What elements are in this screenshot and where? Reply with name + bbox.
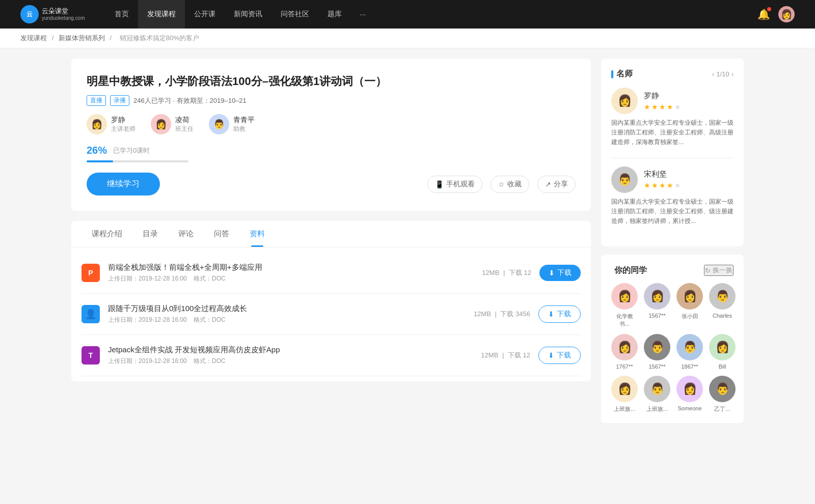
resource-list: P 前端全栈加强版！前端全栈+全周期+多端应用 上传日期：2019-12-28 … xyxy=(71,247,591,381)
teacher-2-avatar: 👩 xyxy=(151,114,171,134)
nav-items: 首页 发现课程 公开课 新闻资讯 问答社区 题库 ··· xyxy=(105,0,757,29)
classmates-title-text: 你的同学 xyxy=(614,265,647,276)
breadcrumb-link-2[interactable]: 新媒体营销系列 xyxy=(59,34,105,42)
prev-page-icon[interactable]: ‹ xyxy=(712,70,714,78)
refresh-classmates-button[interactable]: ↻ 换一换 xyxy=(704,265,734,276)
teacher-3-name: 青青平 xyxy=(233,116,255,125)
resource-1-meta: 上传日期：2019-12-28 16:00 格式：DOC xyxy=(108,274,474,283)
download-icon: ⬇ xyxy=(549,269,555,277)
logo-text: 云朵课堂 yunduoketang.com xyxy=(42,7,85,21)
tab-catalog[interactable]: 目录 xyxy=(132,221,168,247)
action-row: 继续学习 📱 手机观看 ☆ 收藏 ↗ 分享 xyxy=(87,173,576,195)
share-label: 分享 xyxy=(554,180,568,189)
star-icon: ☆ xyxy=(498,180,505,188)
tag-live: 直播 xyxy=(87,95,106,106)
teacher-1-role: 主讲老师 xyxy=(111,125,135,133)
title-bar xyxy=(611,70,613,78)
nav-right: 🔔 👩 xyxy=(757,6,795,22)
resource-3-download-button[interactable]: ⬇ 下载 xyxy=(538,347,581,364)
teachers-pagination: ‹ 1/10 › xyxy=(712,70,734,78)
classmate-6-name: 1567** xyxy=(648,363,665,370)
resource-item: T Jetpack全组件实战 开发短视频应用高仿皮皮虾App 上传日期：2019… xyxy=(82,335,581,376)
classmate-2[interactable]: 👩 1567** xyxy=(644,283,670,328)
sidebar-teacher-1-name: 罗静 xyxy=(644,91,681,101)
classmate-1[interactable]: 👩 化学教书... xyxy=(611,283,638,328)
bell-button[interactable]: 🔔 xyxy=(757,8,770,20)
teacher-1-avatar: 👩 xyxy=(87,114,107,134)
sidebar-teacher-1-details: 罗静 ★ ★ ★ ★ ★ xyxy=(644,91,681,111)
page-indicator: 1/10 xyxy=(716,70,729,78)
nav-item-courses[interactable]: 发现课程 xyxy=(138,0,185,29)
mobile-label: 手机观看 xyxy=(446,180,475,189)
continue-button[interactable]: 继续学习 xyxy=(87,173,160,195)
teacher-1-info: 罗静 主讲老师 xyxy=(111,116,135,133)
classmates-grid: 👩 化学教书... 👩 1567** 👩 张小田 👨 Charles 👩 xyxy=(611,283,734,413)
classmates-card: 你的同学 ↻ 换一换 👩 化学教书... 👩 1567** 👩 xyxy=(601,255,744,423)
resource-3-name: Jetpack全组件实战 开发短视频应用高仿皮皮虾App xyxy=(108,345,473,355)
breadcrumb: 发现课程 / 新媒体营销系列 / 销冠修炼术搞定80%的客户 xyxy=(0,29,815,48)
tab-intro[interactable]: 课程介绍 xyxy=(82,221,132,247)
nav-item-qa[interactable]: 问答社区 xyxy=(271,0,318,29)
classmate-10[interactable]: 👨 上班族... xyxy=(644,376,670,413)
teacher-2-role: 班主任 xyxy=(175,125,194,133)
resource-2-stat: 12MB | 下载 3456 xyxy=(474,310,530,319)
resource-3-info: Jetpack全组件实战 开发短视频应用高仿皮皮虾App 上传日期：2019-1… xyxy=(108,345,473,366)
action-buttons: 📱 手机观看 ☆ 收藏 ↗ 分享 xyxy=(427,176,576,193)
resource-2-info: 跟随千万级项目从0到100全过程高效成长 上传日期：2019-12-28 16:… xyxy=(108,304,466,324)
classmate-5[interactable]: 👩 1767** xyxy=(611,334,638,370)
share-icon: ↗ xyxy=(545,180,551,188)
breadcrumb-sep-2: / xyxy=(110,34,113,42)
tab-resources[interactable]: 资料 xyxy=(239,221,275,247)
refresh-icon: ↻ xyxy=(705,267,711,274)
nav-item-quiz[interactable]: 题库 xyxy=(318,0,351,29)
share-button[interactable]: ↗ 分享 xyxy=(537,176,576,193)
classmate-7-name: 1867** xyxy=(681,363,698,370)
favorite-label: 收藏 xyxy=(507,180,522,189)
classmate-6[interactable]: 👨 1567** xyxy=(644,334,670,370)
logo[interactable]: 云 云朵课堂 yunduoketang.com xyxy=(20,5,85,23)
tabs-section: 课程介绍 目录 评论 问答 资料 P 前端全栈加强版！前端全栈+全周期+多端应用… xyxy=(71,221,591,381)
resource-1-download-button[interactable]: ⬇ 下载 xyxy=(539,265,581,281)
user-avatar[interactable]: 👩 xyxy=(778,6,795,22)
progress-label: 26% 已学习0课时 xyxy=(87,145,576,156)
classmate-8-name: Bill xyxy=(719,363,726,370)
classmates-title: 你的同学 xyxy=(611,265,647,276)
classmate-8[interactable]: 👩 Bill xyxy=(709,334,736,370)
classmate-12[interactable]: 👨 乙丁... xyxy=(709,376,736,413)
resource-2-name: 跟随千万级项目从0到100全过程高效成长 xyxy=(108,304,466,314)
classmate-11-name: Someone xyxy=(677,405,701,411)
teachers-card: 名师 ‹ 1/10 › 👩 罗静 ★ ★ ★ xyxy=(601,59,744,246)
next-page-icon[interactable]: › xyxy=(731,70,734,78)
classmate-9[interactable]: 👩 上班族... xyxy=(611,376,638,413)
nav-item-home[interactable]: 首页 xyxy=(105,0,138,29)
resource-1-icon: P xyxy=(82,264,100,282)
notification-dot xyxy=(767,7,771,11)
classmate-7[interactable]: 👨 1867** xyxy=(676,334,703,370)
nav-item-open[interactable]: 公开课 xyxy=(185,0,225,29)
tab-reviews[interactable]: 评论 xyxy=(168,221,204,247)
classmate-3[interactable]: 👩 张小田 xyxy=(676,283,703,328)
tab-qa[interactable]: 问答 xyxy=(204,221,239,247)
classmate-3-name: 张小田 xyxy=(682,313,698,320)
classmate-12-name: 乙丁... xyxy=(714,405,730,413)
logo-icon: 云 xyxy=(20,5,39,23)
favorite-button[interactable]: ☆ 收藏 xyxy=(491,176,529,193)
classmate-10-avatar: 👨 xyxy=(644,376,670,402)
breadcrumb-link-1[interactable]: 发现课程 xyxy=(20,34,47,42)
resource-2-download-button[interactable]: ⬇ 下载 xyxy=(538,305,581,323)
mobile-watch-button[interactable]: 📱 手机观看 xyxy=(427,176,482,193)
nav-item-more[interactable]: ··· xyxy=(351,0,375,29)
resource-2-icon: 👤 xyxy=(82,305,100,323)
classmate-11[interactable]: 👩 Someone xyxy=(676,376,703,413)
teacher-3: 👨 青青平 助教 xyxy=(209,114,255,134)
progress-section: 26% 已学习0课时 xyxy=(87,145,576,162)
download-icon: ⬇ xyxy=(548,351,554,359)
sidebar-teacher-1-header: 👩 罗静 ★ ★ ★ ★ ★ xyxy=(611,88,734,114)
resource-item: 👤 跟随千万级项目从0到100全过程高效成长 上传日期：2019-12-28 1… xyxy=(82,294,581,335)
classmate-5-name: 1767** xyxy=(616,363,633,370)
teacher-3-role: 助教 xyxy=(233,125,255,133)
classmate-2-avatar: 👩 xyxy=(644,283,670,310)
nav-item-news[interactable]: 新闻资讯 xyxy=(225,0,271,29)
classmate-4[interactable]: 👨 Charles xyxy=(709,283,736,328)
progress-percent: 26% xyxy=(87,145,107,156)
